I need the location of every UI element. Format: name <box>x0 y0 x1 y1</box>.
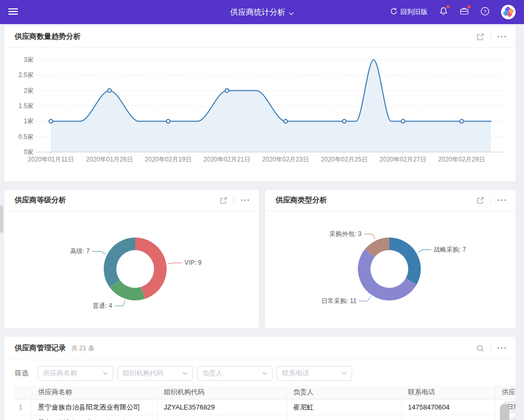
notification-badge <box>446 5 450 8</box>
select-placeholder: 供应商名称 <box>43 369 103 378</box>
trend-chart[interactable]: 0家0.5家1家1.5家2家2.5家3家2020年01月11日2020年01月2… <box>4 47 516 181</box>
divider <box>234 197 234 204</box>
svg-text:2020年02月27日: 2020年02月27日 <box>379 156 426 163</box>
briefcase-icon <box>460 7 469 17</box>
more-icon[interactable]: ··· <box>241 196 250 204</box>
more-icon[interactable]: ··· <box>497 196 507 204</box>
divider <box>490 33 491 40</box>
trend-line-chart-svg: 0家0.5家1家1.5家2家2.5家3家2020年01月11日2020年01月2… <box>4 47 516 181</box>
select-placeholder: 组织机构代码 <box>123 369 182 378</box>
cell-phone: 14758470604 <box>401 415 495 420</box>
col-supplier-type: 供应商类型 <box>495 385 516 400</box>
level-chart[interactable]: VIP: 9普通: 4高级: 7 <box>4 211 259 328</box>
svg-text:2020年02月19日: 2020年02月19日 <box>145 156 191 163</box>
open-in-new-icon[interactable] <box>220 197 227 204</box>
supplier-dashboard: 供应商统计分析 回到旧版 <box>0 0 524 420</box>
svg-text:0家: 0家 <box>24 148 34 156</box>
trend-card: 供应商数量趋势分析 ··· 0家0.5家1家1.5家2家2.5家3家2020年0… <box>4 26 516 181</box>
svg-text:2020年01月11日: 2020年01月11日 <box>28 156 74 163</box>
filter-label: 筛选 <box>15 369 28 378</box>
table-header-row: 供应商名称 组织机构代码 负责人 联系电话 供应商类型 <box>15 385 516 400</box>
filter-row: 筛选 供应商名称 组织机构代码 负责人 联系电话 <box>4 360 516 385</box>
open-in-new-icon[interactable] <box>476 197 484 204</box>
table-scrollbar-thumb[interactable] <box>500 404 509 420</box>
type-chart[interactable]: 战略采购: 7日常采购: 11采购外包: 3 <box>265 211 516 328</box>
cell-supplier-name: 景宁颐川和顺农业发展有限公司 <box>31 415 157 420</box>
svg-text:日常采购: 11: 日常采购: 11 <box>321 297 356 305</box>
svg-text:1.5家: 1.5家 <box>18 102 34 110</box>
records-count: 共 21 条 <box>71 344 94 353</box>
trend-card-title: 供应商数量趋势分析 <box>15 32 81 41</box>
filter-select-supplier-name[interactable]: 供应商名称 <box>38 366 113 381</box>
col-index <box>15 385 31 400</box>
level-card-title: 供应商等级分析 <box>15 196 66 205</box>
svg-text:2020年02月29日: 2020年02月29日 <box>438 156 485 163</box>
type-card-title: 供应商类型分析 <box>276 196 327 205</box>
svg-text:1家: 1家 <box>24 117 34 125</box>
cell-phone: 14758470604 <box>401 400 495 415</box>
chevron-down-icon <box>182 372 188 375</box>
svg-text:高级: 7: 高级: 7 <box>70 247 90 255</box>
search-icon[interactable] <box>476 344 484 352</box>
notifications-button[interactable] <box>439 7 448 18</box>
chevron-down-icon <box>103 372 108 375</box>
svg-text:2020年01月26日: 2020年01月26日 <box>86 156 133 163</box>
workspace-button[interactable] <box>460 7 469 17</box>
cell-index: 1 <box>15 400 31 415</box>
divider <box>490 344 491 352</box>
cell-org-code: JZYALE3576829 <box>157 415 287 420</box>
svg-text:2020年02月21日: 2020年02月21日 <box>203 156 250 163</box>
select-placeholder: 负责人 <box>202 369 262 378</box>
level-donut-chart-svg: VIP: 9普通: 4高级: 7 <box>4 211 259 328</box>
col-supplier-name: 供应商名称 <box>31 385 157 400</box>
cell-person: 邵霞 <box>287 415 401 420</box>
type-card: 供应商类型分析 ··· 战略采购: 7日常采购: 11采购外包: 3 <box>265 190 516 328</box>
bell-icon <box>439 7 448 18</box>
type-donut-chart-svg: 战略采购: 7日常采购: 11采购外包: 3 <box>265 211 516 328</box>
cell-org-code: JZYALE3576829 <box>157 400 287 415</box>
chevron-down-icon <box>289 8 294 17</box>
divider <box>490 197 491 204</box>
more-icon[interactable]: ··· <box>497 344 507 352</box>
col-phone: 联系电话 <box>401 385 495 400</box>
svg-text:2家: 2家 <box>24 87 34 94</box>
svg-text:采购外包: 3: 采购外包: 3 <box>330 230 362 238</box>
cell-person: 崔尼虹 <box>287 400 401 415</box>
select-placeholder: 联系电话 <box>282 369 342 378</box>
svg-text:2020年02月23日: 2020年02月23日 <box>262 156 309 163</box>
filter-select-org-code[interactable]: 组织机构代码 <box>117 366 193 381</box>
left-scrollbar-thumb[interactable] <box>0 206 3 233</box>
table-row[interactable]: 2 景宁颐川和顺农业发展有限公司 JZYALE3576829 邵霞 147584… <box>15 415 516 420</box>
filter-select-phone[interactable]: 联系电话 <box>277 366 352 381</box>
cell-index: 2 <box>15 415 31 420</box>
col-org-code: 组织机构代码 <box>157 385 287 400</box>
page-title: 供应商统计分析 <box>231 7 286 17</box>
col-person: 负责人 <box>287 385 401 400</box>
records-card: 供应商管理记录 共 21 条 ··· 筛选 供应商名称 组织机构代码 负责人 <box>4 337 516 420</box>
records-card-title: 供应商管理记录 <box>15 343 66 353</box>
chevron-down-icon <box>262 372 267 375</box>
open-in-new-icon[interactable] <box>476 33 484 41</box>
records-table: 供应商名称 组织机构代码 负责人 联系电话 供应商类型 1 景宁畲族自治县阳龙酒… <box>15 385 516 420</box>
filter-select-person[interactable]: 负责人 <box>197 366 272 381</box>
svg-text:战略采购: 7: 战略采购: 7 <box>434 246 466 253</box>
svg-text:VIP: 9: VIP: 9 <box>184 259 202 266</box>
cell-supplier-name: 景宁畲族自治县阳龙酒业有限公司 <box>31 400 157 415</box>
svg-text:普通: 4: 普通: 4 <box>93 302 113 309</box>
svg-text:0.5家: 0.5家 <box>18 133 34 141</box>
level-card: 供应商等级分析 ··· VIP: 9普通: 4高级: 7 <box>4 190 259 328</box>
workspace-badge <box>467 5 471 8</box>
more-icon[interactable]: ··· <box>497 33 507 41</box>
svg-text:2.5家: 2.5家 <box>18 71 34 79</box>
table-row[interactable]: 1 景宁畲族自治县阳龙酒业有限公司 JZYALE3576829 崔尼虹 1475… <box>15 400 516 415</box>
svg-text:3家: 3家 <box>24 56 34 63</box>
chevron-down-icon <box>342 372 347 375</box>
svg-text:2020年02月25日: 2020年02月25日 <box>321 156 367 163</box>
topbar: 供应商统计分析 回到旧版 <box>0 0 524 24</box>
